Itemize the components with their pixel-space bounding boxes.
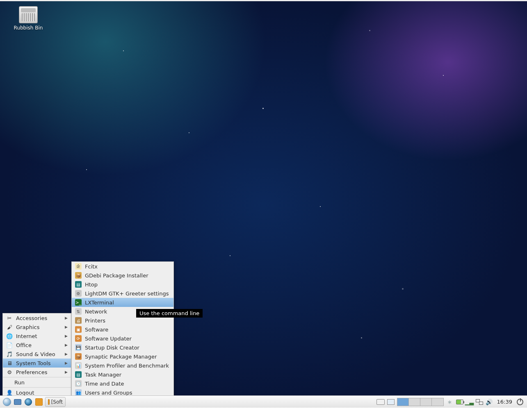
trash-icon <box>19 6 38 23</box>
window-pin-indicator[interactable] <box>387 399 395 405</box>
submenu-arrow-icon: ▶ <box>65 352 68 356</box>
power-icon <box>517 399 523 405</box>
terminal-icon: >_ <box>75 299 82 306</box>
submenu-item-synaptic[interactable]: 📦 Synaptic Package Manager <box>72 352 173 361</box>
submenu-item-software-updater[interactable]: ⟳ Software Updater <box>72 334 173 343</box>
network-icon: ⇅ <box>75 308 82 315</box>
desktop-icon-rubbish-bin[interactable]: Rubbish Bin <box>11 6 46 31</box>
submenu-label: LightDM GTK+ Greeter settings <box>85 291 169 297</box>
menu-category-graphics[interactable]: 🖌 Graphics ▶ <box>3 322 71 331</box>
submenu-item-lxterminal[interactable]: >_ LXTerminal <box>72 298 173 307</box>
submenu-label: System Profiler and Benchmark <box>85 363 169 369</box>
submenu-item-startup-disk[interactable]: 💾 Startup Disk Creator <box>72 343 173 352</box>
iconify-windows-button[interactable] <box>34 397 44 407</box>
sound-video-icon: 🎵 <box>6 351 13 357</box>
submenu-item-profiler[interactable]: 📊 System Profiler and Benchmark <box>72 361 173 370</box>
printers-icon: 🖨 <box>75 317 82 324</box>
submenu-label: Startup Disk Creator <box>85 345 139 351</box>
desktop[interactable]: Rubbish Bin ✂ Accessories ▶ 🖌 Graphics ▶… <box>0 0 527 408</box>
menu-category-system-tools[interactable]: 🖥 System Tools ▶ <box>3 359 71 368</box>
submenu-item-lightdm[interactable]: ⚙ LightDM GTK+ Greeter settings <box>72 289 173 298</box>
menu-item-run[interactable]: Run <box>3 378 71 387</box>
menu-label: Office <box>16 342 32 348</box>
workspace-3[interactable] <box>420 398 432 406</box>
start-menu-button[interactable] <box>2 397 12 407</box>
time-date-icon: 🕒 <box>75 380 82 387</box>
iconify-icon <box>35 398 43 406</box>
menu-label: Accessories <box>16 315 47 321</box>
submenu-arrow-icon: ▶ <box>65 343 68 347</box>
submenu-label: Printers <box>85 318 105 324</box>
taskbar-window-button[interactable]: [Soft <box>45 397 66 407</box>
users-groups-icon: 👥 <box>75 389 82 396</box>
menu-category-accessories[interactable]: ✂ Accessories ▶ <box>3 313 71 322</box>
submenu-arrow-icon: ▶ <box>65 316 68 320</box>
file-manager-icon <box>14 399 21 405</box>
system-tools-submenu: 企 Fcitx 📦 GDebi Package Installer ▤ Htop… <box>71 261 174 397</box>
workspace-2[interactable] <box>409 398 420 406</box>
fcitx-icon: 企 <box>75 263 82 270</box>
menu-category-preferences[interactable]: ⚙ Preferences ▶ <box>3 368 71 377</box>
keyboard-icon <box>376 399 385 405</box>
synaptic-icon: 📦 <box>75 353 82 360</box>
submenu-item-software[interactable]: ▣ Software <box>72 325 173 334</box>
menu-separator <box>3 387 71 388</box>
submenu-item-fcitx[interactable]: 企 Fcitx <box>72 262 173 271</box>
application-menu: ✂ Accessories ▶ 🖌 Graphics ▶ 🌐 Internet … <box>2 313 71 397</box>
menu-label: Sound & Video <box>16 351 55 357</box>
submenu-label: GDebi Package Installer <box>85 272 148 279</box>
software-icon: ▣ <box>75 326 82 333</box>
battery-icon <box>456 400 463 404</box>
submenu-arrow-icon: ▶ <box>65 370 68 374</box>
start-icon <box>3 398 11 406</box>
logout-icon: 👤 <box>6 389 13 396</box>
desktop-icon-label: Rubbish Bin <box>11 25 46 31</box>
bluetooth-indicator[interactable]: ∗ <box>446 398 454 406</box>
workspace-4[interactable] <box>432 398 443 406</box>
menu-label: Graphics <box>16 324 39 330</box>
network-icon <box>476 399 483 405</box>
htop-icon: ▤ <box>75 281 82 288</box>
window-pin-icon <box>387 399 395 405</box>
panel: [Soft ∗ ▁▃ 🔊 16:39 <box>0 395 527 408</box>
cpu-monitor[interactable]: ▁▃ <box>466 398 473 406</box>
web-browser-launcher[interactable] <box>23 397 34 407</box>
volume-indicator[interactable]: 🔊 <box>486 398 493 406</box>
submenu-label: Users and Groups <box>85 390 132 396</box>
internet-icon: 🌐 <box>6 333 13 339</box>
submenu-label: Software <box>85 327 108 333</box>
submenu-item-gdebi[interactable]: 📦 GDebi Package Installer <box>72 271 173 280</box>
submenu-item-htop[interactable]: ▤ Htop <box>72 280 173 289</box>
power-button[interactable] <box>516 398 524 406</box>
office-icon: 📄 <box>6 342 13 348</box>
keyboard-indicator[interactable] <box>376 399 385 405</box>
lightdm-icon: ⚙ <box>75 290 82 297</box>
menu-label: System Tools <box>16 360 51 366</box>
submenu-item-task-manager[interactable]: ▤ Task Manager <box>72 370 173 379</box>
clock[interactable]: 16:39 <box>495 399 514 405</box>
file-manager-launcher[interactable] <box>12 397 23 407</box>
submenu-label: Fcitx <box>85 263 98 270</box>
task-window-icon <box>48 399 50 405</box>
accessories-icon: ✂ <box>6 315 13 321</box>
menu-label: Preferences <box>16 369 47 375</box>
panel-launchers: [Soft <box>0 397 66 407</box>
submenu-label: Synaptic Package Manager <box>85 354 157 360</box>
submenu-label: Htop <box>85 282 98 288</box>
battery-indicator[interactable] <box>456 398 463 406</box>
task-window-label: [Soft <box>51 399 63 405</box>
profiler-icon: 📊 <box>75 362 82 369</box>
submenu-item-time-date[interactable]: 🕒 Time and Date <box>72 379 173 388</box>
menu-category-office[interactable]: 📄 Office ▶ <box>3 341 71 350</box>
network-indicator[interactable] <box>476 398 483 406</box>
submenu-label: Software Updater <box>85 336 132 342</box>
menu-category-sound-video[interactable]: 🎵 Sound & Video ▶ <box>3 350 71 359</box>
graphics-icon: 🖌 <box>6 324 13 330</box>
menu-category-internet[interactable]: 🌐 Internet ▶ <box>3 331 71 341</box>
workspace-1[interactable] <box>397 398 409 406</box>
submenu-arrow-icon: ▶ <box>65 334 68 338</box>
submenu-label: Task Manager <box>85 372 121 378</box>
system-tools-icon: 🖥 <box>6 360 13 366</box>
submenu-label: Time and Date <box>85 381 124 387</box>
task-manager-icon: ▤ <box>75 371 82 378</box>
